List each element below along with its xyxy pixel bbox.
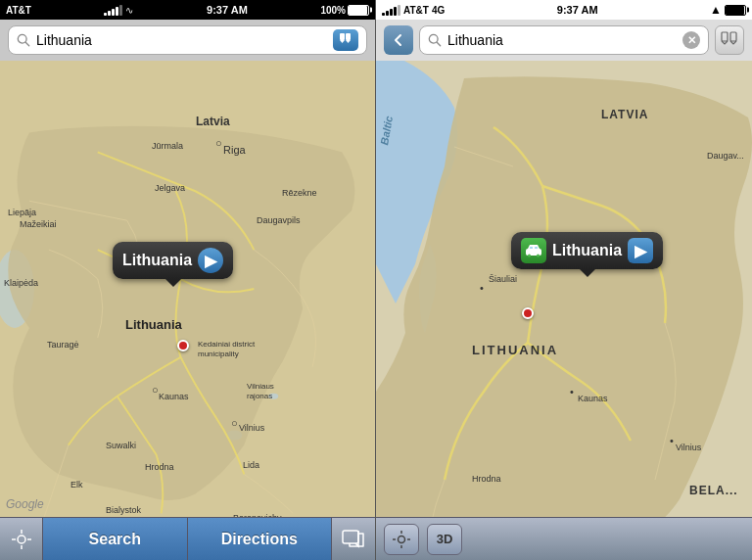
svg-point-9 [18,536,25,543]
right-3d-button[interactable]: 3D [427,524,462,555]
left-map[interactable]: Latvia Jūrmala ○ Riga Liepāja Jelgava Rē… [0,61,375,517]
left-toolbar: Search Directions [0,517,375,560]
svg-rect-23 [530,247,533,249]
right-bookmarks-icon [721,31,738,49]
left-callout-arrow-icon: ▶ [205,252,216,270]
svg-line-1 [25,42,29,46]
left-callout[interactable]: Lithuania ▶ [113,242,233,279]
left-page-icon [342,530,365,549]
left-directions-button-label: Directions [221,531,298,548]
right-map-pin [522,307,534,319]
right-search-container: Lithuania ✕ [376,20,752,61]
right-toolbar: 3D [376,517,752,560]
right-signal [382,4,400,16]
right-battery-icon [725,5,746,16]
right-callout-label: Lithuania [552,242,622,259]
left-bookmarks-icon [338,32,353,48]
left-google-logo: Google [6,497,44,511]
left-directions-button[interactable]: Directions [188,518,333,560]
svg-rect-3 [346,33,351,40]
left-map-svg [0,61,375,517]
left-battery-pct: 100% [320,5,346,16]
right-3d-label: 3D [437,532,453,546]
right-car-svg [525,244,542,257]
right-phone: AT&T 4G 9:37 AM ▲ Lithuania ✕ [376,0,752,560]
right-signal-bar-4 [394,7,397,16]
left-callout-label: Lithuania [122,252,192,269]
right-callout-arrow-icon: ▶ [634,242,646,260]
left-gps-button[interactable] [0,518,43,560]
left-battery-icon [348,5,369,16]
right-search-input[interactable]: Lithuania [447,32,677,48]
svg-rect-24 [535,247,538,249]
svg-rect-20 [526,249,541,256]
right-back-button[interactable] [384,25,413,55]
left-callout-arrow[interactable]: ▶ [198,248,223,273]
left-page-button[interactable] [332,518,375,560]
right-network: 4G [432,5,445,16]
right-status-bar: AT&T 4G 9:37 AM ▲ [376,0,752,20]
right-gps-button[interactable] [384,524,419,555]
signal-bar-4 [116,7,118,16]
right-signal-bar-3 [390,9,393,16]
right-map-svg [376,61,752,517]
svg-point-21 [528,255,531,257]
left-bookmarks-button[interactable] [333,29,358,51]
right-search-icon [428,33,442,47]
right-map[interactable]: Baltic LATVIA Daugav... LITHUANIA • Šiau… [376,61,752,517]
left-time: 9:37 AM [207,4,248,16]
svg-rect-14 [343,531,358,543]
right-signal-bar-2 [386,11,389,16]
svg-rect-18 [730,32,736,41]
svg-point-22 [537,255,540,257]
left-phone: AT&T ∿ 9:37 AM 100% Lithuania [0,0,376,560]
left-carrier: AT&T [6,5,31,16]
right-search-bar[interactable]: Lithuania ✕ [419,25,709,55]
signal-bar-5 [119,5,122,16]
right-callout-arrow[interactable]: ▶ [628,238,653,263]
svg-rect-17 [722,32,728,41]
left-battery-fill [349,6,367,15]
left-search-button[interactable]: Search [43,518,188,560]
svg-rect-2 [340,33,345,40]
right-time: 9:37 AM [557,4,598,16]
signal-bar-3 [112,9,115,16]
left-location-icon [11,529,32,550]
left-search-input[interactable]: Lithuania [36,32,327,48]
right-location-icon [392,530,411,549]
left-status-bar: AT&T ∿ 9:37 AM 100% [0,0,375,20]
right-clear-button[interactable]: ✕ [682,31,700,49]
svg-line-16 [437,42,441,46]
signal-bar-1 [104,13,107,16]
left-search-bar[interactable]: Lithuania [8,25,367,55]
right-back-icon [390,31,407,49]
right-callout-car-icon [521,238,546,263]
left-search-icon [17,33,30,47]
svg-point-25 [399,536,405,542]
right-battery-fill [726,6,744,15]
right-gps-icon: ▲ [710,3,722,17]
left-wifi-icon: ∿ [125,5,133,16]
signal-bar-2 [108,11,111,16]
left-search-container: Lithuania [0,20,375,61]
right-carrier: AT&T [403,5,429,16]
right-signal-bar-1 [382,13,385,16]
svg-point-7 [268,394,278,399]
left-map-pin [177,340,189,351]
right-callout[interactable]: Lithuania ▶ [511,232,663,269]
right-bookmarks-button[interactable] [715,25,744,55]
right-signal-bar-5 [398,5,400,16]
left-search-button-label: Search [89,531,141,548]
left-signal [104,4,122,16]
